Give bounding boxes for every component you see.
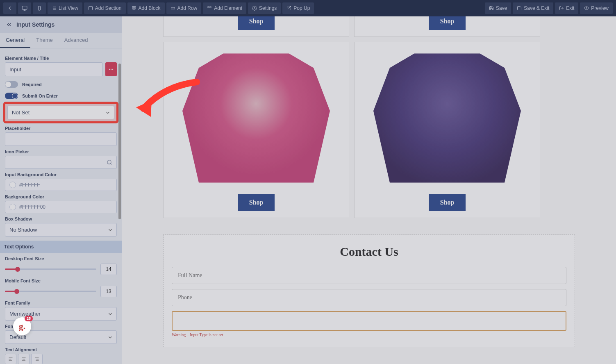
save-exit-label: Save & Exit <box>524 5 549 11</box>
save-label: Save <box>496 5 507 11</box>
input-bg-label: Input Background Color <box>5 172 117 177</box>
eye-icon <box>584 6 589 11</box>
bg-label: Background Color <box>5 194 117 199</box>
preview-button[interactable]: Preview <box>580 2 613 14</box>
submit-on-enter-label: Submit On Enter <box>22 93 58 98</box>
shop-button[interactable]: Shop <box>429 16 466 30</box>
top-toolbar: List View Add Section Add Block Add Row … <box>0 0 616 16</box>
dots-icon <box>108 66 114 72</box>
scrollbar-thumb[interactable] <box>118 64 121 219</box>
svg-rect-12 <box>134 7 136 8</box>
svg-rect-11 <box>132 7 134 8</box>
product-card[interactable]: Shop <box>163 42 349 218</box>
bg-color-field[interactable]: #FFFFFF00 <box>5 201 117 213</box>
svg-rect-3 <box>39 6 41 10</box>
contact-section[interactable]: Contact Us Warning – Input Type is not s… <box>163 234 575 347</box>
preview-label: Preview <box>591 5 609 11</box>
list-icon <box>52 6 57 11</box>
product-image <box>174 46 338 190</box>
desktop-font-value[interactable] <box>100 264 117 275</box>
svg-point-24 <box>112 69 113 70</box>
bg-value: #FFFFFF00 <box>19 204 45 210</box>
product-card[interactable]: Shop <box>163 16 349 37</box>
svg-rect-10 <box>89 7 92 10</box>
help-bubble[interactable]: g. 25 <box>13 317 31 335</box>
exit-button[interactable]: Exit <box>555 2 578 14</box>
section-icon <box>88 6 93 11</box>
submit-on-enter-toggle[interactable] <box>5 93 18 99</box>
add-row-button[interactable]: Add Row <box>166 2 202 14</box>
svg-point-25 <box>107 160 111 164</box>
search-icon <box>107 159 112 165</box>
list-view-label: List View <box>59 5 78 11</box>
back-button[interactable] <box>3 2 16 14</box>
contact-title: Contact Us <box>172 245 566 259</box>
tab-theme[interactable]: Theme <box>30 33 58 48</box>
tab-advanced[interactable]: Advanced <box>59 33 94 48</box>
align-center-button[interactable] <box>18 354 30 364</box>
panel-title: Input Settings <box>16 21 55 28</box>
required-label: Required <box>22 82 42 87</box>
more-options-button[interactable] <box>105 62 117 76</box>
mobile-font-slider[interactable] <box>5 291 96 292</box>
font-family-label: Font Family <box>5 300 117 305</box>
add-section-label: Add Section <box>95 5 122 11</box>
desktop-font-label: Desktop Font Size <box>5 256 117 261</box>
input-type-select[interactable]: Not Set <box>7 106 114 119</box>
svg-point-18 <box>254 8 255 9</box>
add-block-button[interactable]: Add Block <box>127 2 165 14</box>
page-canvas[interactable]: Shop Shop Shop Shop Contact Us <box>122 16 616 364</box>
mobile-view-button[interactable] <box>33 2 46 14</box>
desktop-icon <box>22 5 27 11</box>
shop-button[interactable]: Shop <box>238 16 275 30</box>
save-exit-button[interactable]: Save & Exit <box>513 2 553 14</box>
svg-rect-13 <box>134 9 136 10</box>
svg-rect-17 <box>210 7 211 8</box>
required-toggle[interactable] <box>5 81 18 88</box>
logo-icon: g. <box>19 321 26 332</box>
add-row-label: Add Row <box>177 5 198 11</box>
collapse-icon[interactable] <box>6 21 12 28</box>
desktop-font-slider[interactable] <box>5 268 96 270</box>
svg-rect-16 <box>208 7 209 8</box>
product-card[interactable]: Shop <box>354 42 540 218</box>
product-card[interactable]: Shop <box>354 16 540 37</box>
mobile-font-value[interactable] <box>100 286 117 297</box>
element-name-label: Element Name / Title <box>5 56 117 61</box>
align-left-icon <box>8 357 13 362</box>
placeholder-input[interactable] <box>5 132 117 146</box>
icon-picker-input[interactable] <box>5 156 117 169</box>
save-exit-icon <box>517 6 522 11</box>
full-name-input[interactable] <box>172 267 566 284</box>
shop-button[interactable]: Shop <box>238 194 275 211</box>
align-left-button[interactable] <box>5 354 16 364</box>
settings-tabs: General Theme Advanced <box>0 33 122 48</box>
desktop-view-button[interactable] <box>18 2 31 14</box>
add-section-button[interactable]: Add Section <box>84 2 126 14</box>
save-button[interactable]: Save <box>485 2 511 14</box>
tab-general[interactable]: General <box>0 33 30 48</box>
svg-line-19 <box>289 7 291 9</box>
message-input[interactable] <box>172 311 566 331</box>
settings-button[interactable]: Settings <box>248 2 281 14</box>
notification-badge: 25 <box>25 316 33 321</box>
popup-icon <box>286 6 291 11</box>
align-right-button[interactable] <box>31 354 43 364</box>
element-icon <box>207 6 212 11</box>
element-name-input[interactable] <box>5 62 103 76</box>
svg-line-26 <box>111 164 112 165</box>
list-view-button[interactable]: List View <box>48 2 82 14</box>
row-icon <box>170 6 175 11</box>
svg-point-21 <box>586 8 587 9</box>
shop-button[interactable]: Shop <box>429 194 466 211</box>
add-element-button[interactable]: Add Element <box>203 2 246 14</box>
box-shadow-select[interactable]: No Shadow <box>5 223 117 237</box>
exit-icon <box>559 6 564 11</box>
svg-point-23 <box>111 69 111 70</box>
align-right-icon <box>34 357 39 362</box>
popup-button[interactable]: Pop Up <box>282 2 314 14</box>
input-bg-value: #FFFFFF <box>19 182 40 188</box>
phone-input[interactable] <box>172 289 566 306</box>
input-bg-color-field[interactable]: #FFFFFF <box>5 179 117 191</box>
warning-text: Warning – Input Type is not set <box>172 332 566 337</box>
